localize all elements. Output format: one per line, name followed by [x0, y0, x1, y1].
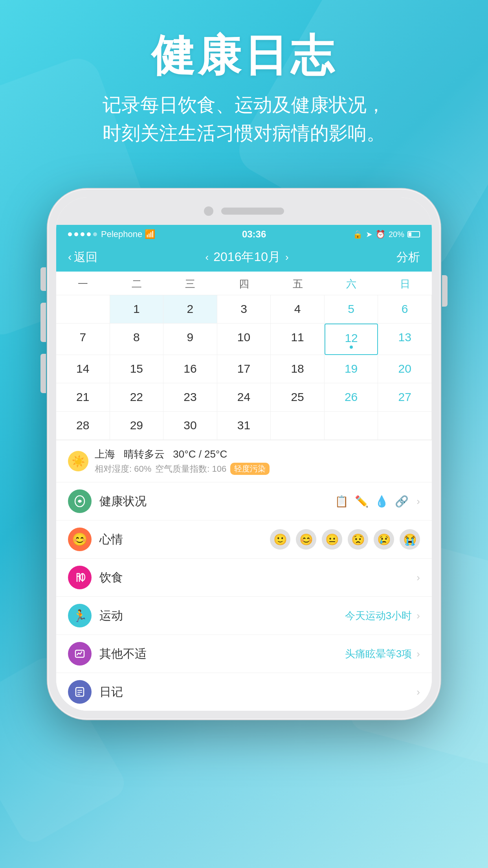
cal-cell-14[interactable]: 14 [56, 355, 110, 383]
cal-cell-29[interactable]: 29 [110, 412, 164, 440]
cal-cell-23[interactable]: 23 [163, 383, 217, 412]
diary-action: › [416, 686, 420, 698]
back-label[interactable]: 返回 [74, 249, 97, 265]
analyze-button[interactable]: 分析 [396, 249, 420, 265]
diary-chevron-icon: › [416, 686, 420, 698]
weather-temp: 30°C / 25°C [173, 448, 227, 460]
sun-icon: ☀️ [72, 455, 85, 468]
food-action: › [416, 572, 420, 584]
cal-cell-28[interactable]: 28 [56, 412, 110, 440]
cal-cell-26[interactable]: 26 [325, 383, 378, 412]
status-right: 🔒 ➤ ⏰ 20% [353, 230, 420, 239]
weather-aqi-label: 空气质量指数: 106 [155, 463, 226, 475]
mood-face-2[interactable]: 😊 [296, 529, 316, 550]
cal-cell-25[interactable]: 25 [271, 383, 325, 412]
battery-icon [407, 231, 420, 237]
cal-cell-11[interactable]: 11 [271, 324, 325, 355]
cal-cell-24[interactable]: 24 [217, 383, 271, 412]
cal-cell-5[interactable]: 5 [325, 295, 378, 324]
cal-cell-30[interactable]: 30 [163, 412, 217, 440]
prev-month-icon[interactable]: ‹ [205, 251, 209, 263]
location-icon: ➤ [366, 230, 372, 239]
nav-title: ‹ 2016年10月 › [205, 248, 289, 266]
discomfort-label: 其他不适 [99, 646, 337, 662]
cal-cell-4[interactable]: 4 [271, 295, 325, 324]
weekday-wed: 三 [163, 272, 217, 295]
cal-cell-31[interactable]: 31 [217, 412, 271, 440]
discomfort-item[interactable]: 其他不适 头痛眩晕等3项 › [56, 635, 432, 673]
back-button[interactable]: ‹ 返回 [68, 249, 97, 265]
signal-dot-1 [68, 232, 72, 236]
mood-item[interactable]: 😊 心情 🙂 😊 😐 😟 😢 😭 [56, 520, 432, 559]
cal-cell-19[interactable]: 19 [325, 355, 378, 383]
cal-cell-16[interactable]: 16 [163, 355, 217, 383]
next-month-icon[interactable]: › [285, 251, 289, 263]
subtitle: 记录每日饮食、运动及健康状况， 时刻关注生活习惯对病情的影响。 [0, 91, 488, 147]
health-icon-link[interactable]: 🔗 [395, 495, 409, 508]
phone-side-button-vol-up [40, 303, 46, 342]
phone-top-bar [56, 197, 432, 225]
mood-face-6[interactable]: 😭 [400, 529, 420, 550]
carrier-name: Pelephone [101, 229, 142, 239]
calendar-grid: 1 2 3 4 5 6 7 8 9 10 11 12 13 14 15 [56, 295, 432, 440]
weekday-sun: 日 [378, 272, 432, 295]
subtitle-line1: 记录每日饮食、运动及健康状况， [103, 94, 385, 115]
mood-label: 心情 [99, 531, 262, 548]
cal-cell-1[interactable]: 1 [110, 295, 164, 324]
mood-face-3[interactable]: 😐 [322, 529, 342, 550]
exercise-icon: 🏃 [68, 604, 92, 627]
cal-cell-2[interactable]: 2 [163, 295, 217, 324]
cal-cell-8[interactable]: 8 [110, 324, 164, 355]
weather-humidity-label: 相对湿度: 60% [95, 463, 151, 475]
mood-face-4[interactable]: 😟 [348, 529, 368, 550]
discomfort-action: 头痛眩晕等3项 › [345, 647, 420, 661]
weather-icon: ☀️ [68, 451, 88, 471]
phone-side-button-mute [40, 267, 46, 291]
health-chevron-icon: › [416, 495, 420, 508]
cal-cell-7[interactable]: 7 [56, 324, 110, 355]
cal-cell-22[interactable]: 22 [110, 383, 164, 412]
cal-cell-9[interactable]: 9 [163, 324, 217, 355]
food-item[interactable]: 饮食 › [56, 559, 432, 597]
mood-icon: 😊 [68, 528, 92, 551]
weekday-fri: 五 [271, 272, 325, 295]
discomfort-chevron-icon: › [416, 648, 420, 660]
cal-cell-10[interactable]: 10 [217, 324, 271, 355]
cal-cell-3[interactable]: 3 [217, 295, 271, 324]
signal-dot-2 [74, 232, 78, 236]
weather-row: ☀️ 上海 晴转多云 30°C / 25°C 相对湿度: 60% 空气质量指数:… [56, 440, 432, 482]
cal-cell-6[interactable]: 6 [378, 295, 432, 324]
cal-cell-27[interactable]: 27 [378, 383, 432, 412]
weather-condition: 晴转多云 [124, 448, 165, 460]
cal-cell-17[interactable]: 17 [217, 355, 271, 383]
mood-face-1[interactable]: 🙂 [270, 529, 290, 550]
aqi-value: 106 [212, 464, 227, 474]
health-icon-drop[interactable]: 💧 [375, 495, 389, 508]
phone-screen: Pelephone 📶 03:36 🔒 ➤ ⏰ 20% [56, 197, 432, 711]
wifi-icon: 📶 [145, 229, 155, 239]
weekday-mon: 一 [56, 272, 110, 295]
status-left: Pelephone 📶 [68, 229, 155, 239]
cal-cell-13[interactable]: 13 [378, 324, 432, 355]
lock-icon: 🔒 [353, 230, 363, 239]
phone-camera [204, 206, 213, 216]
battery-pct: 20% [389, 230, 404, 239]
month-year: 2016年10月 [213, 248, 281, 266]
cal-cell-empty-1 [56, 295, 110, 324]
cal-cell-12-today[interactable]: 12 [325, 324, 378, 355]
mood-face-5[interactable]: 😢 [374, 529, 394, 550]
cal-cell-20[interactable]: 20 [378, 355, 432, 383]
exercise-item[interactable]: 🏃 运动 今天运动3小时 › [56, 597, 432, 635]
cal-cell-21[interactable]: 21 [56, 383, 110, 412]
health-status-item[interactable]: 健康状况 📋 ✏️ 💧 🔗 › [56, 482, 432, 520]
cal-cell-empty-4 [378, 412, 432, 440]
health-label: 健康状况 [99, 493, 327, 509]
weather-city: 上海 [95, 448, 115, 460]
signal-dot-3 [81, 232, 84, 236]
cal-cell-18[interactable]: 18 [271, 355, 325, 383]
cal-cell-15[interactable]: 15 [110, 355, 164, 383]
health-icon-clipboard[interactable]: 📋 [335, 495, 349, 508]
diary-item[interactable]: 日记 › [56, 673, 432, 711]
discomfort-value: 头痛眩晕等3项 [345, 647, 412, 661]
health-icon-needle[interactable]: ✏️ [355, 495, 369, 508]
